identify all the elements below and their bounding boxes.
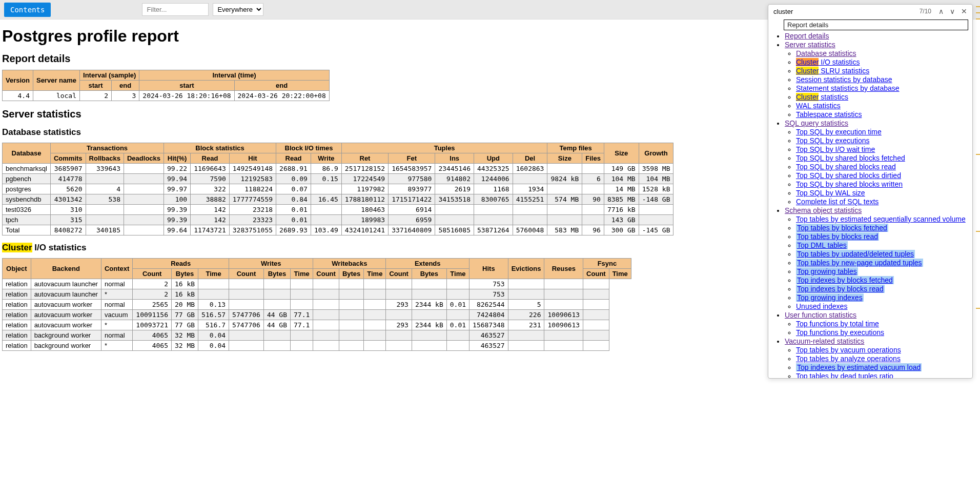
toc-pane: 7/10 ∧ ∨ ✕ Report details Report details… — [768, 4, 973, 367]
table-row: relationautovacuum workervacuum100911567… — [3, 310, 631, 320]
toc-link[interactable]: Cluster I/O statistics — [796, 58, 860, 66]
toc-body[interactable]: Report details Server statistics Databas… — [768, 31, 972, 367]
col-tstart: start — [139, 81, 234, 91]
table-row: sysbenchdb43013425381003888217777745590.… — [3, 194, 673, 205]
col-start: start — [80, 81, 112, 91]
report-details-table: Version Server name Interval (sample) In… — [2, 70, 330, 101]
search-next-button[interactable]: ∨ — [948, 7, 957, 16]
toc-link[interactable]: Tablespace statistics — [796, 110, 862, 119]
toc-link[interactable]: SQL query statistics — [785, 119, 848, 127]
col-size: Size — [604, 143, 639, 164]
toc-link[interactable]: Schema object statistics — [785, 206, 862, 214]
table-row: relationautovacuum worker*1009372177 GB5… — [3, 320, 631, 330]
col-bio: Block I/O times — [276, 143, 342, 153]
col-growth: Growth — [639, 143, 673, 164]
table-row: relationautovacuum launchernormal216 kB7… — [3, 279, 631, 289]
toc-link[interactable]: Statement statistics by database — [796, 84, 900, 92]
table-row: postgres5620499.9732211882240.0711979828… — [3, 184, 673, 194]
search-count: 7/10 — [920, 8, 931, 15]
toc-current-section: Report details — [784, 19, 968, 30]
search-close-button[interactable]: ✕ — [959, 7, 969, 16]
col-version: Version — [3, 70, 33, 91]
toc-link[interactable]: Database statistics — [796, 49, 856, 57]
table-row: tpch31599.39142233230.011899836959143 GB — [3, 215, 673, 225]
toc-link[interactable]: User function statistics — [785, 311, 856, 319]
col-server: Server name — [33, 70, 79, 91]
contents-button[interactable]: Contents — [4, 3, 51, 17]
filter-input[interactable] — [142, 3, 209, 16]
col-bs: Block statistics — [164, 143, 276, 153]
col-interval-time: Interval (time) — [139, 70, 329, 81]
table-row: relationbackground workernormal406532 MB… — [3, 330, 631, 341]
col-tend: end — [234, 81, 329, 91]
toc-link[interactable]: Cluster SLRU statistics — [796, 67, 869, 75]
table-row: relationautovacuum launcher*216 kB753 — [3, 289, 631, 300]
toc-link[interactable]: WAL statistics — [796, 102, 841, 110]
table-row: relationbackground worker*406532 MB0.044… — [3, 341, 631, 351]
db-stats-table: Database Transactions Block statistics B… — [2, 143, 673, 235]
col-temp: Temp files — [547, 143, 604, 153]
col-tx: Transactions — [50, 143, 164, 153]
table-row: test032631099.39142232180.01180463691477… — [3, 205, 673, 215]
toc-link[interactable]: Report details — [785, 32, 829, 40]
search-prev-button[interactable]: ∧ — [936, 7, 946, 16]
col-end: end — [112, 81, 139, 91]
table-row: Total840827234018599.6411743721328375105… — [3, 225, 673, 235]
io-stats-table: Object Backend Context Reads Writes Writ… — [2, 258, 631, 351]
toc-search-input[interactable] — [772, 7, 834, 16]
col-tup: Tuples — [341, 143, 547, 153]
table-row: pgbench41477899.947590121925830.090.1517… — [3, 174, 673, 184]
table-row: benchmarksql368590733964399.221169664314… — [3, 164, 673, 174]
table-row: relationautovacuum workernormal256520 MB… — [3, 300, 631, 310]
highlight-cluster: Cluster — [2, 243, 32, 252]
col-interval-sample: Interval (sample) — [80, 70, 139, 81]
toc-link[interactable]: Vacuum-related statistics — [785, 337, 864, 345]
toc-link[interactable]: Session statistics by database — [796, 75, 892, 84]
col-db: Database — [3, 143, 51, 164]
toc-link[interactable]: Cluster statistics — [796, 93, 848, 101]
scope-select[interactable]: Everywhere — [213, 3, 263, 16]
details-row: 4.4 local 2 3 2024-03-26 18:20:16+08 202… — [3, 91, 330, 101]
toc-link[interactable]: Server statistics — [785, 41, 835, 49]
